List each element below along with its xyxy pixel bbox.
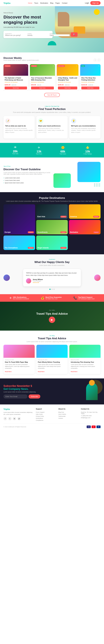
dest-explore-scandinavia[interactable]: Explore xyxy=(60,231,66,233)
login-button[interactable]: Login xyxy=(85,2,89,4)
stat-ratings-icon: ⭐ xyxy=(84,146,92,149)
nav-tours[interactable]: Tours xyxy=(34,2,38,4)
newsletter-illustration xyxy=(83,383,100,400)
tour-card-2-badge: Featured xyxy=(31,65,37,67)
footer-contact-phone: +1 (800) 555 0100 xyxy=(81,415,100,417)
book-button-4[interactable]: Book Now xyxy=(81,86,100,90)
guide-point-3: Ipsum lorem item lorem amet. xyxy=(4,182,50,184)
footer-about-link-3[interactable]: Testimonials xyxy=(58,415,78,417)
stat-ratings-label: 5 Star Ratings xyxy=(84,153,92,154)
book-button-3[interactable]: Book Now xyxy=(58,86,78,90)
footer-contact-email: info@tripgo.com xyxy=(81,417,100,419)
social-youtube[interactable]: yt xyxy=(17,417,21,420)
tour-card-4-body: Dive The Deep Sea Fishing Adventure ★★★★… xyxy=(80,76,100,90)
dest-explore-europe[interactable]: Explore xyxy=(28,231,34,233)
newsletter-email-input[interactable] xyxy=(4,394,28,398)
nav-pages[interactable]: Pages xyxy=(55,2,60,4)
see-all-tours-button[interactable]: See All Tours xyxy=(44,93,60,97)
discover-title-text: Discover Weekly xyxy=(4,57,39,60)
testimonial-dot-1[interactable] xyxy=(50,289,50,290)
dates-label: Dates xyxy=(50,33,70,34)
read-more-button-3[interactable]: Read More xyxy=(71,371,78,372)
signup-button[interactable]: Sign Up xyxy=(90,1,100,5)
wishlist-icon-1[interactable]: ♡ xyxy=(26,65,27,67)
dest-explore-grenadines[interactable]: Explore xyxy=(28,247,34,249)
perf-card-1-title: Tell us what you want to do xyxy=(5,125,33,127)
activity-input-group: Activity xyxy=(28,33,48,36)
perf-card-1-desc: Fully explore best of what consectetur a… xyxy=(5,128,33,134)
footer-about-link-4[interactable]: Careers xyxy=(58,417,78,419)
read-more-button-2[interactable]: Read More xyxy=(38,371,44,372)
dates-input[interactable] xyxy=(50,34,70,36)
blog-card-2-title: Pack Wisely Before Traveling xyxy=(38,361,66,363)
dest-explore-america[interactable]: Explore xyxy=(93,216,100,218)
nav-blog[interactable]: Blog xyxy=(50,2,53,4)
testimonial-dots xyxy=(4,289,100,290)
guideline-main-image xyxy=(78,162,100,182)
blog-subtitle: Lorem ipsum dolor sit amet consectetur a… xyxy=(4,341,100,342)
tour-card-3-price-value: $299.00 xyxy=(58,84,64,86)
tour-card-3-reviews: 55 Reviews xyxy=(64,82,71,83)
footer-support-link-4[interactable]: Destinations xyxy=(36,417,56,419)
dest-card-virgin: Virgin Islands Explore xyxy=(36,236,68,250)
footer-grid: TripGo Lorem ipsum dolor sit amet consec… xyxy=(4,408,100,421)
stat-users-icon: 🙂 xyxy=(60,146,66,149)
tour-card-2: Featured ♡ Tour of Caucasus Mountain Wit… xyxy=(30,64,55,90)
footer-support-col: Support Forum Support Help Center Privac… xyxy=(36,408,56,421)
feature-price-subtitle: No hidden fees, ever xyxy=(46,298,62,300)
nav-destination[interactable]: Destination xyxy=(40,2,48,4)
dest-explore-eastasia[interactable]: Explore xyxy=(60,216,66,218)
book-button-2[interactable]: Book Now xyxy=(31,86,54,90)
book-button-1[interactable]: Book Now xyxy=(4,86,27,90)
dest-explore-virgin[interactable]: Explore xyxy=(60,247,66,249)
wishlist-icon-3[interactable]: ♡ xyxy=(76,65,78,67)
video-title: Travel Tips And Advice xyxy=(36,312,68,316)
nav-home[interactable]: Home xyxy=(28,2,32,4)
perf-card-2: 🤝 Share your travel preferences Fully ex… xyxy=(36,116,68,139)
footer-support-link-2[interactable]: Help Center xyxy=(36,413,56,415)
testimonial-dot-3[interactable] xyxy=(54,289,54,290)
read-more-button-1[interactable]: Read More xyxy=(5,371,12,372)
testimonial-dot-2[interactable] xyxy=(52,289,52,290)
destination-input[interactable] xyxy=(5,34,25,36)
footer-bottom: © 2024 Goldenash All Rights Reserved. VI… xyxy=(4,424,100,428)
wishlist-icon-2[interactable]: ♡ xyxy=(52,65,54,67)
testimonials-section: Customers What Our Happy Clients Say Lor… xyxy=(0,254,104,294)
search-bar: Destination Activity Dates 🔍 xyxy=(4,31,52,38)
tour-card-1-image: Featured ♡ xyxy=(4,64,28,76)
hero-section: Natural Beauty Discover the most engagin… xyxy=(0,6,104,52)
search-button[interactable]: 🔍 xyxy=(71,32,78,37)
features-banner: ✈ 100+ Destinations Best destinations wo… xyxy=(0,294,104,302)
tour-card-3-badge: Best Seller xyxy=(58,65,65,67)
play-video-button[interactable]: ▶ xyxy=(49,316,55,323)
footer-copyright: © 2024 Goldenash All Rights Reserved. xyxy=(4,426,26,428)
footer-about-link-1[interactable]: Blog Post xyxy=(58,411,78,413)
testimonials-subtitle: Lorem ipsum dolor sit amet consectetur. xyxy=(4,264,100,266)
footer-about-link-2[interactable]: How It Works xyxy=(58,413,78,415)
discover-section: Discover Weekly Lorem ipsam dolor sit am… xyxy=(0,52,104,101)
guide-point-2: Lorem lorem item amet. xyxy=(4,179,50,182)
testimonial-author-role: Travel Blogger xyxy=(33,280,43,282)
blog-card-1-desc: Lorem ipsum dolor sit amet consectetur a… xyxy=(5,364,33,369)
subscribe-button[interactable]: Subscribe xyxy=(28,394,40,398)
next-icon[interactable]: › xyxy=(97,58,100,62)
blog-card-3-title: Introducing This Amazing Tour xyxy=(71,361,99,363)
activity-input[interactable] xyxy=(28,34,48,36)
prev-icon[interactable]: ‹ xyxy=(94,58,97,62)
social-facebook[interactable]: f xyxy=(4,417,7,420)
footer-support-link-5[interactable]: Compliances xyxy=(36,419,56,421)
footer-support-link-3[interactable]: Privacy Policy xyxy=(36,415,56,417)
dest-item-america: America Explore xyxy=(69,204,100,219)
testimonial-side-avatar-right xyxy=(94,274,100,281)
dest-label-eastasia: East Asia xyxy=(38,216,45,218)
hero-semicircle-decoration xyxy=(48,41,56,45)
dest-card-america: America Explore xyxy=(69,204,100,219)
footer-support-link-1[interactable]: Forum Support xyxy=(36,411,56,413)
nav-contact[interactable]: Contact xyxy=(62,2,67,4)
social-twitter[interactable]: t xyxy=(8,417,12,420)
social-linkedin[interactable]: in xyxy=(13,417,16,420)
discover-subtitle: Lorem ipsam dolor sit amet, adipisci qua… xyxy=(4,60,39,61)
tour-card-1-title: The Splendor of Saint Petersburg and Mos… xyxy=(4,77,27,81)
dest-explore-barbados[interactable]: Explore xyxy=(93,231,100,233)
wishlist-icon-4[interactable]: ♡ xyxy=(98,65,100,67)
